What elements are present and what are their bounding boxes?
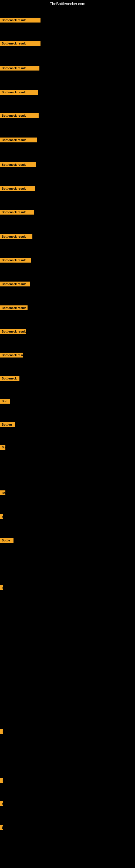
bottleneck-result-badge: Bottleneck result [0, 186, 35, 191]
bottleneck-result-badge: Bottleneck result [0, 329, 26, 334]
bottleneck-result-badge: Bottleneck result [0, 234, 32, 239]
bottleneck-result-badge: Bottleneck result [0, 210, 34, 215]
bottleneck-result-badge: B [0, 825, 3, 830]
bottleneck-result-badge: Bottleneck result [0, 90, 38, 95]
bottleneck-result-badge: Bottleneck result [0, 113, 39, 118]
bottleneck-result-badge: | [0, 778, 3, 783]
bottleneck-result-badge: Bottleneck result [0, 66, 39, 70]
bottleneck-result-badge: Bottleneck [0, 376, 19, 381]
bottleneck-result-badge: Bottleneck result [0, 162, 36, 167]
bottleneck-result-badge: | [0, 729, 3, 734]
bottleneck-result-badge: Bo [0, 490, 5, 495]
bottleneck-result-badge: Bottleneck result [0, 41, 41, 46]
bottleneck-result-badge: Bo [0, 445, 5, 450]
bottleneck-result-badge: Bottleneck result [0, 258, 31, 262]
bottleneck-result-badge: Bottleneck result [0, 282, 30, 286]
bottleneck-result-badge: Bottleneck result [0, 352, 23, 358]
bottleneck-result-badge: Bott [0, 399, 10, 404]
bottleneck-result-badge: B [0, 801, 3, 806]
bottleneck-result-badge: Bottleneck result [0, 18, 41, 23]
bottleneck-result-badge: B [0, 585, 3, 590]
bottleneck-result-badge: B [0, 514, 3, 519]
bottleneck-result-badge: Bottle [0, 538, 13, 543]
bottleneck-result-badge: Bottleneck result [0, 305, 28, 310]
site-title: TheBottlenecker.com [0, 0, 135, 8]
bottleneck-result-badge: Bottlen [0, 422, 15, 427]
bottleneck-result-badge: Bottleneck result [0, 137, 37, 143]
